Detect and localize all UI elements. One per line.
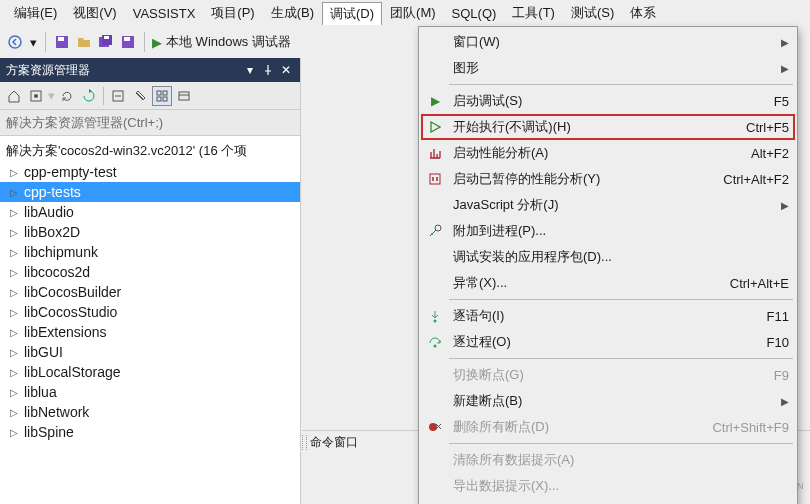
menu-item[interactable]: 工具(T) <box>504 1 563 25</box>
menu-item[interactable]: 附加到进程(P)... <box>419 218 797 244</box>
menu-item[interactable]: 调试(D) <box>322 2 382 25</box>
open-icon[interactable] <box>75 33 93 51</box>
search-placeholder: 解决方案资源管理器(Ctrl+;) <box>6 115 163 130</box>
solution-tree[interactable]: 解决方案'cocos2d-win32.vc2012' (16 个项 ▷cpp-e… <box>0 136 300 504</box>
menu-item[interactable]: 调试安装的应用程序包(D)... <box>419 244 797 270</box>
dropdown-icon[interactable]: ▾ <box>242 62 258 78</box>
menu-item: 清除所有数据提示(A) <box>419 447 797 473</box>
submenu-arrow-icon: ▶ <box>781 63 789 74</box>
menu-item[interactable]: 测试(S) <box>563 1 622 25</box>
menu-item-shortcut: F9 <box>762 368 789 383</box>
toggle-icon[interactable] <box>26 86 46 106</box>
project-node[interactable]: ▷liblua <box>0 382 300 402</box>
expander-icon[interactable]: ▷ <box>10 227 24 238</box>
menu-item[interactable]: 体系 <box>622 1 664 25</box>
nav-back-icon[interactable] <box>6 33 24 51</box>
menu-item[interactable]: 项目(P) <box>203 1 262 25</box>
menu-item[interactable]: 开始执行(不调试)(H)Ctrl+F5 <box>419 114 797 140</box>
menu-item-label: 调试安装的应用程序包(D)... <box>447 248 777 266</box>
project-node[interactable]: ▷libSpine <box>0 422 300 442</box>
refresh-icon[interactable] <box>79 86 99 106</box>
menu-item[interactable]: 编辑(E) <box>6 1 65 25</box>
svg-point-9 <box>34 94 38 98</box>
expander-icon[interactable]: ▷ <box>10 307 24 318</box>
menu-item[interactable]: 异常(X)...Ctrl+Alt+E <box>419 270 797 296</box>
menu-item-label: 删除所有断点(D) <box>447 418 700 436</box>
expander-icon[interactable]: ▷ <box>10 247 24 258</box>
menu-item[interactable]: SQL(Q) <box>444 3 505 24</box>
project-node[interactable]: ▷libNetwork <box>0 402 300 422</box>
save-icon[interactable] <box>53 33 71 51</box>
panel-label: 命令窗口 <box>310 434 358 451</box>
menu-item[interactable]: JavaScript 分析(J)▶ <box>419 192 797 218</box>
svg-rect-13 <box>157 97 161 101</box>
project-node[interactable]: ▷libGUI <box>0 342 300 362</box>
perf-pause-icon <box>423 172 447 186</box>
panel-titlebar: 方案资源管理器 ▾ ✕ <box>0 58 300 82</box>
menu-item[interactable]: 窗口(W)▶ <box>419 29 797 55</box>
expander-icon[interactable]: ▷ <box>10 387 24 398</box>
menu-item-label: 窗口(W) <box>447 33 777 51</box>
expander-icon[interactable]: ▷ <box>10 407 24 418</box>
project-node[interactable]: ▷libCocosBuilder <box>0 282 300 302</box>
menu-item[interactable]: 逐过程(O)F10 <box>419 329 797 355</box>
menu-item-label: 清除所有数据提示(A) <box>447 451 777 469</box>
collapse-icon[interactable] <box>108 86 128 106</box>
menu-item[interactable]: 图形▶ <box>419 55 797 81</box>
expander-icon[interactable]: ▷ <box>10 267 24 278</box>
solution-node[interactable]: 解决方案'cocos2d-win32.vc2012' (16 个项 <box>0 140 300 162</box>
project-node[interactable]: ▷cpp-empty-test <box>0 162 300 182</box>
menu-item[interactable]: ▶启动调试(S)F5 <box>419 88 797 114</box>
menu-item[interactable]: VASSISTX <box>125 3 204 24</box>
project-node[interactable]: ▷cpp-tests <box>0 182 300 202</box>
project-node[interactable]: ▷libExtensions <box>0 322 300 342</box>
show-all-icon[interactable] <box>152 86 172 106</box>
save-all-icon[interactable] <box>97 33 115 51</box>
menu-item-shortcut: F5 <box>762 94 789 109</box>
svg-point-19 <box>434 320 437 323</box>
expander-icon[interactable]: ▷ <box>10 167 24 178</box>
properties-icon[interactable] <box>130 86 150 106</box>
expander-icon[interactable]: ▷ <box>10 287 24 298</box>
menu-item[interactable]: 启动性能分析(A)Alt+F2 <box>419 140 797 166</box>
svg-rect-5 <box>104 36 109 39</box>
home-icon[interactable] <box>4 86 24 106</box>
submenu-arrow-icon: ▶ <box>781 37 789 48</box>
project-node[interactable]: ▷libCocosStudio <box>0 302 300 322</box>
project-label: libBox2D <box>24 224 80 240</box>
project-node[interactable]: ▷libchipmunk <box>0 242 300 262</box>
panel-title: 方案资源管理器 <box>6 62 90 79</box>
menu-divider <box>449 443 793 444</box>
project-node[interactable]: ▷libAudio <box>0 202 300 222</box>
expander-icon[interactable]: ▷ <box>10 347 24 358</box>
project-node[interactable]: ▷libcocos2d <box>0 262 300 282</box>
view-icon[interactable] <box>174 86 194 106</box>
menu-item[interactable]: 视图(V) <box>65 1 124 25</box>
sync-icon[interactable] <box>57 86 77 106</box>
expander-icon[interactable]: ▷ <box>10 367 24 378</box>
project-node[interactable]: ▷libBox2D <box>0 222 300 242</box>
chevron-down-icon[interactable]: ▾ <box>28 33 38 51</box>
submenu-arrow-icon: ▶ <box>781 396 789 407</box>
expander-icon[interactable]: ▷ <box>10 187 24 198</box>
pin-icon[interactable] <box>260 62 276 78</box>
close-icon[interactable]: ✕ <box>278 62 294 78</box>
project-label: libchipmunk <box>24 244 98 260</box>
expander-icon[interactable]: ▷ <box>10 327 24 338</box>
save-single-icon[interactable] <box>119 33 137 51</box>
menu-item[interactable]: 生成(B) <box>263 1 322 25</box>
svg-rect-16 <box>430 174 440 184</box>
menu-item-label: 开始执行(不调试)(H) <box>447 118 734 136</box>
menu-item[interactable]: 新建断点(B)▶ <box>419 388 797 414</box>
search-input[interactable]: 解决方案资源管理器(Ctrl+;) <box>0 110 300 136</box>
menu-item[interactable]: 团队(M) <box>382 1 444 25</box>
menu-item[interactable]: 启动已暂停的性能分析(Y)Ctrl+Alt+F2 <box>419 166 797 192</box>
project-node[interactable]: ▷libLocalStorage <box>0 362 300 382</box>
menu-item-shortcut: Ctrl+Shift+F9 <box>700 420 789 435</box>
expander-icon[interactable]: ▷ <box>10 427 24 438</box>
menu-item-label: 启动性能分析(A) <box>447 144 739 162</box>
solution-explorer: 方案资源管理器 ▾ ✕ ▾ 解决方案资源管理器(Ctrl+;) 解决方案'coc… <box>0 58 300 504</box>
menu-item[interactable]: 逐语句(I)F11 <box>419 303 797 329</box>
expander-icon[interactable]: ▷ <box>10 207 24 218</box>
run-button[interactable]: ▶ 本地 Windows 调试器 <box>152 33 291 51</box>
